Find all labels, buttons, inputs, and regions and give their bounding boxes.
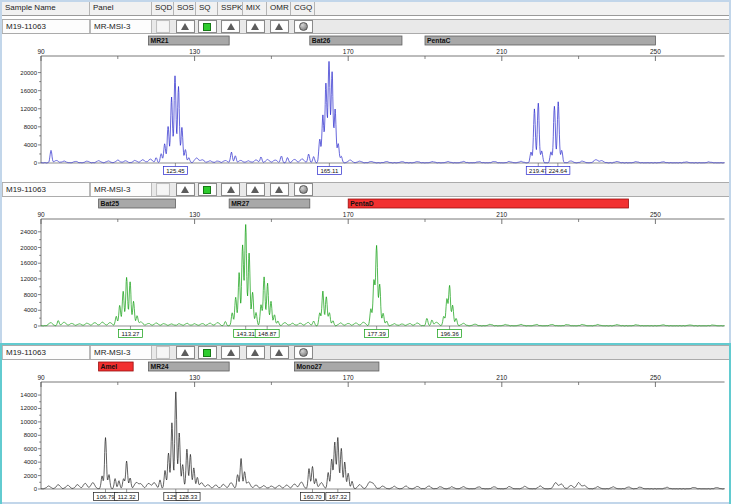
marker-label-mono27: Mono27: [296, 363, 322, 370]
marker-bar-pentac[interactable]: [425, 36, 655, 45]
ruler-tick-label: 170: [343, 211, 354, 218]
peak-size-label: 219.47: [529, 168, 548, 174]
ruler-tick-label: 130: [189, 48, 200, 55]
flag-cell-sq: [196, 346, 218, 359]
peak-size-label: 143.31: [236, 331, 255, 337]
panel-name-cell[interactable]: MR-MSI-3: [90, 346, 152, 359]
sample-row[interactable]: M19-11063MR-MSI-3: [2, 19, 729, 34]
triangle-icon: [251, 186, 259, 193]
y-tick-label: 20000: [20, 70, 37, 76]
triangle-icon: [227, 23, 235, 30]
sample-panel-block-1[interactable]: M19-11063MR-MSI-3MR21Bat26PentaC90130170…: [2, 19, 729, 179]
electropherogram-chart[interactable]: Bat25MR27PentaD9013017021025004000800012…: [2, 198, 729, 342]
flag-sos-triangle-icon[interactable]: [176, 20, 195, 33]
flag-cell-cgq: [291, 183, 315, 196]
flag-cgq-circle-icon[interactable]: [294, 346, 313, 359]
column-header-sq: SQ: [196, 2, 218, 15]
marker-bar-pentad[interactable]: [348, 199, 628, 208]
y-tick-label: 8000: [24, 292, 38, 298]
flag-cgq-circle-icon[interactable]: [294, 20, 313, 33]
y-tick-label: 2000: [24, 473, 38, 479]
flag-sqd-empty: [156, 183, 170, 196]
ruler-tick-label: 90: [37, 211, 45, 218]
electropherogram-chart[interactable]: MR21Bat26PentaC9013017021025004000800012…: [2, 35, 729, 179]
y-tick-label: 0: [34, 160, 38, 166]
column-header-sspk: SSPK: [218, 2, 243, 15]
triangle-icon: [227, 186, 235, 193]
panel-name-cell[interactable]: MR-MSI-3: [90, 20, 152, 33]
flag-sos-triangle-icon[interactable]: [176, 346, 195, 359]
flag-omr-triangle-icon[interactable]: [270, 346, 289, 359]
sample-row[interactable]: M19-11063MR-MSI-3: [2, 345, 729, 360]
ruler-tick-label: 210: [496, 374, 507, 381]
y-tick-label: 10000: [20, 419, 37, 425]
marker-label-mr24: MR24: [151, 363, 169, 370]
y-tick-label: 16000: [20, 88, 37, 94]
flag-cell-cgq: [291, 346, 315, 359]
sample-panel-block-2[interactable]: M19-11063MR-MSI-3Bat25MR27PentaD90130170…: [2, 182, 729, 342]
ruler-tick-label: 250: [650, 211, 661, 218]
y-tick-label: 4000: [24, 142, 38, 148]
peak-size-label: 125.45: [166, 168, 185, 174]
y-tick-label: 14000: [20, 392, 37, 398]
green-square-icon: [203, 23, 211, 31]
marker-label-pentad: PentaD: [350, 200, 374, 207]
y-tick-label: 4000: [24, 307, 38, 313]
triangle-icon: [275, 186, 283, 193]
peak-size-label: 177.39: [367, 331, 386, 337]
triangle-icon: [275, 349, 283, 356]
flag-omr-triangle-icon[interactable]: [270, 20, 289, 33]
sample-row-filler: [315, 346, 729, 359]
sample-row[interactable]: M19-11063MR-MSI-3: [2, 182, 729, 197]
flag-sos-triangle-icon[interactable]: [176, 183, 195, 196]
flag-cell-sqd: [152, 20, 174, 33]
electropherogram-chart[interactable]: AmelMR24Mono2790130170210250020004000600…: [2, 361, 729, 504]
table-header: Sample Name Panel SQDSOSSQSSPKMIXOMRCGQ: [2, 2, 729, 16]
sample-name-cell[interactable]: M19-11063: [2, 183, 90, 196]
ruler-tick-label: 250: [650, 48, 661, 55]
peak-size-label: 224.64: [549, 168, 568, 174]
sample-name-cell[interactable]: M19-11063: [2, 346, 90, 359]
marker-label-pentac: PentaC: [427, 37, 451, 44]
peak-size-label: 165.11: [320, 168, 339, 174]
flag-cgq-circle-icon[interactable]: [294, 183, 313, 196]
flag-sqd-empty: [156, 20, 170, 33]
column-header-filler: [315, 2, 729, 15]
flag-mix-triangle-icon[interactable]: [246, 346, 265, 359]
ruler-tick-label: 210: [496, 211, 507, 218]
flag-sq-green-square-icon[interactable]: [198, 346, 217, 359]
marker-label-bat26: Bat26: [312, 37, 331, 44]
flag-cell-sq: [196, 20, 218, 33]
flag-mix-triangle-icon[interactable]: [246, 20, 265, 33]
flag-sspk-triangle-icon[interactable]: [221, 183, 240, 196]
flag-mix-triangle-icon[interactable]: [246, 183, 265, 196]
flag-sq-green-square-icon[interactable]: [198, 183, 217, 196]
triangle-icon: [251, 349, 259, 356]
peak-size-label: 106.79: [96, 494, 115, 500]
peak-size-label: 196.36: [440, 331, 459, 337]
flag-cell-sqd: [152, 183, 174, 196]
marker-label-mr21: MR21: [151, 37, 169, 44]
sample-name-cell[interactable]: M19-11063: [2, 20, 90, 33]
trace-line: [41, 392, 725, 489]
sample-panel-block-3[interactable]: M19-11063MR-MSI-3AmelMR24Mono27901301702…: [2, 345, 729, 504]
triangle-icon: [251, 23, 259, 30]
flag-cell-cgq: [291, 20, 315, 33]
flag-cell-sspk: [218, 183, 243, 196]
y-tick-label: 12000: [20, 106, 37, 112]
peak-size-label: 148.87: [258, 331, 277, 337]
flag-cell-mix: [243, 346, 267, 359]
flag-sq-green-square-icon[interactable]: [198, 20, 217, 33]
peak-size-label: 167.32: [329, 494, 348, 500]
flag-sspk-triangle-icon[interactable]: [221, 346, 240, 359]
marker-label-mr27: MR27: [231, 200, 249, 207]
column-header-omr: OMR: [267, 2, 291, 15]
green-square-icon: [203, 349, 211, 357]
column-header-sos: SOS: [174, 2, 196, 15]
flag-omr-triangle-icon[interactable]: [270, 183, 289, 196]
flag-sspk-triangle-icon[interactable]: [221, 20, 240, 33]
circle-icon: [299, 185, 308, 194]
column-header-cgq: CGQ: [291, 2, 315, 15]
panel-name-cell[interactable]: MR-MSI-3: [90, 183, 152, 196]
flag-cell-sos: [174, 20, 196, 33]
